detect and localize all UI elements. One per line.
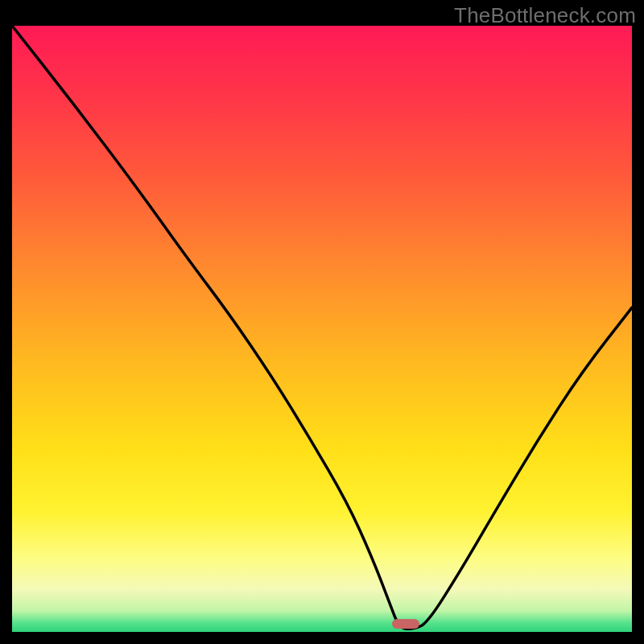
plot-area (12, 26, 632, 632)
chart-frame: TheBottleneck.com (0, 0, 644, 644)
optimal-point-marker (392, 619, 420, 629)
bottleneck-curve-path (12, 26, 632, 629)
watermark-text: TheBottleneck.com (454, 3, 636, 28)
bottleneck-curve (12, 26, 632, 632)
